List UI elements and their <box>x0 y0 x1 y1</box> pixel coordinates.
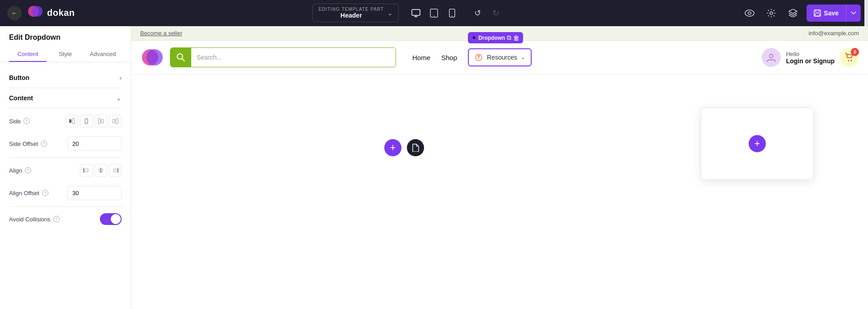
cart-button[interactable]: 0 <box>840 48 859 67</box>
tab-content-label: Content <box>18 51 38 57</box>
copy-toolbar-icon[interactable]: ⧉ <box>507 34 511 42</box>
become-seller-link[interactable]: Become a seller <box>140 30 182 37</box>
logo-text: dokan <box>47 8 75 18</box>
svg-point-32 <box>769 54 773 58</box>
user-icon <box>766 52 776 62</box>
svg-rect-12 <box>815 14 820 16</box>
dropdown-btn-label: Resources <box>487 54 517 61</box>
main-layout: Edit Dropdown Content Style Advanced But… <box>0 26 868 309</box>
side-offset-info-icon[interactable]: ? <box>41 140 47 147</box>
gear-icon <box>767 9 776 18</box>
desktop-device-button[interactable] <box>408 5 424 21</box>
canvas-add-button[interactable]: + <box>384 139 401 156</box>
align-left-button[interactable] <box>80 164 93 177</box>
user-login-link[interactable]: Login or Signup <box>786 57 835 65</box>
svg-rect-26 <box>113 169 117 172</box>
align-center-button[interactable] <box>94 164 107 177</box>
side-offset-label: Side Offset ? <box>9 140 47 147</box>
align-left-icon <box>83 167 90 173</box>
divider-2 <box>9 108 122 108</box>
side-label-text: Side <box>9 118 21 125</box>
back-icon: ← <box>11 9 18 17</box>
site-header: Search... Home Shop ✦ Dropdown ⧉ 🗑 <box>131 41 868 75</box>
svg-rect-14 <box>72 118 75 124</box>
tab-style[interactable]: Style <box>47 47 84 62</box>
side-icon-btn-2[interactable] <box>80 115 93 127</box>
content-section-header[interactable]: Content ⌄ <box>9 90 122 106</box>
avoid-collisions-info-icon[interactable]: ? <box>53 216 60 222</box>
tablet-icon <box>430 9 438 18</box>
panel-title: Edit Dropdown <box>9 33 122 42</box>
svg-point-8 <box>748 12 751 14</box>
side-offset-input[interactable] <box>67 136 122 151</box>
undo-button[interactable]: ↺ <box>469 5 486 21</box>
dropdown-toolbar-label: Dropdown <box>478 35 505 41</box>
resources-icon <box>474 53 483 62</box>
panel-header: Edit Dropdown Content Style Advanced <box>0 26 131 62</box>
side-icon-btn-1[interactable] <box>66 115 78 127</box>
redo-button[interactable]: ↻ <box>487 5 504 21</box>
mobile-icon <box>449 9 455 18</box>
settings-button[interactable] <box>763 5 779 21</box>
search-placeholder[interactable]: Search... <box>191 54 396 61</box>
side-icon-btn-4[interactable] <box>109 115 122 127</box>
top-bar: ← dokan EDITING TEMPLATE PART Header ⌄ <box>0 0 868 26</box>
back-button[interactable]: ← <box>7 6 22 20</box>
tab-style-label: Style <box>59 51 72 57</box>
align-offset-input[interactable] <box>67 186 122 200</box>
save-dropdown-button[interactable] <box>846 5 861 22</box>
button-section-title: Button <box>9 74 29 81</box>
align-right-button[interactable] <box>109 164 122 177</box>
delete-toolbar-icon[interactable]: 🗑 <box>513 34 519 42</box>
tablet-device-button[interactable] <box>426 5 442 21</box>
tab-content[interactable]: Content <box>9 47 47 62</box>
top-bar-right: Save <box>741 5 861 22</box>
side-icon-btn-3[interactable] <box>94 115 107 127</box>
svg-rect-20 <box>116 118 118 124</box>
svg-point-7 <box>745 10 754 16</box>
cart-badge: 0 <box>851 48 859 56</box>
side-right-icon <box>112 118 118 124</box>
tab-advanced[interactable]: Advanced <box>84 47 122 62</box>
align-info-icon[interactable]: ? <box>25 167 31 173</box>
save-main[interactable]: Save <box>807 5 846 22</box>
toggle-knob <box>111 214 121 224</box>
side-field-row: Side ? <box>9 110 122 132</box>
divider-3 <box>9 157 122 158</box>
save-button[interactable]: Save <box>807 5 861 22</box>
svg-point-34 <box>851 60 852 61</box>
button-section-header[interactable]: Button › <box>9 70 122 86</box>
side-label: Side ? <box>9 118 30 125</box>
nav-home[interactable]: Home <box>412 54 430 61</box>
svg-rect-22 <box>85 169 88 172</box>
search-bar: Search... <box>170 47 396 67</box>
layers-button[interactable] <box>785 5 801 21</box>
avoid-collisions-label-text: Avoid Collisions <box>9 216 51 223</box>
preview-button[interactable] <box>741 5 758 21</box>
avoid-collisions-toggle[interactable] <box>100 213 122 225</box>
canvas-file-button[interactable] <box>407 139 424 156</box>
user-avatar <box>762 48 781 67</box>
top-bar-left: ← dokan <box>7 5 75 21</box>
content-section-arrow: ⌄ <box>116 94 122 102</box>
align-offset-label: Align Offset ? <box>9 190 48 197</box>
content-section-title: Content <box>9 94 33 102</box>
side-offset-field-row: Side Offset ? <box>9 132 122 155</box>
mobile-device-button[interactable] <box>444 5 460 21</box>
canvas-add-icon: + <box>390 142 396 154</box>
align-label: Align ? <box>9 167 31 174</box>
add-block-in-dropdown-button[interactable]: + <box>749 135 766 152</box>
svg-point-1 <box>32 6 42 17</box>
side-info-icon[interactable]: ? <box>24 118 30 124</box>
svg-rect-19 <box>113 119 115 123</box>
dropdown-button[interactable]: Resources ⌄ <box>468 48 532 66</box>
align-right-icon <box>112 167 118 173</box>
preview-wrapper: Become a seller info@example.com Search.… <box>131 26 868 309</box>
align-offset-info-icon[interactable]: ? <box>42 190 48 196</box>
side-left-icon <box>69 118 75 124</box>
user-area: Hello Login or Signup 0 <box>762 48 859 67</box>
save-disk-icon <box>814 9 821 17</box>
align-offset-label-text: Align Offset <box>9 190 39 197</box>
template-info[interactable]: EDITING TEMPLATE PART Header ⌄ <box>312 4 399 22</box>
nav-shop[interactable]: Shop <box>441 54 457 61</box>
